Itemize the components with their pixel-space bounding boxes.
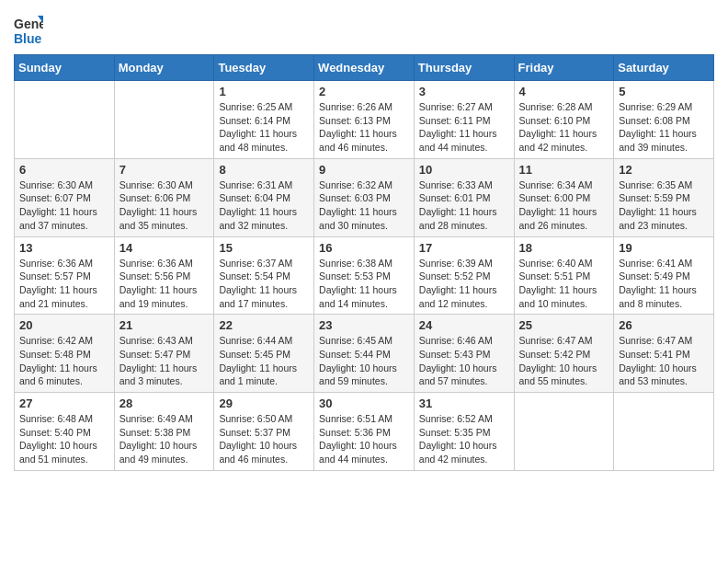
day-number: 11	[519, 163, 609, 177]
calendar-cell: 7Sunrise: 6:30 AMSunset: 6:06 PMDaylight…	[114, 158, 214, 236]
calendar-cell: 24Sunrise: 6:46 AMSunset: 5:43 PMDayligh…	[414, 315, 514, 393]
calendar-cell	[15, 81, 115, 159]
calendar-week-4: 20Sunrise: 6:42 AMSunset: 5:48 PMDayligh…	[15, 315, 714, 393]
day-number: 13	[19, 241, 109, 255]
day-number: 7	[119, 163, 210, 177]
day-number: 12	[619, 163, 709, 177]
cell-detail: Sunrise: 6:42 AMSunset: 5:48 PMDaylight:…	[19, 334, 109, 388]
calendar-cell: 12Sunrise: 6:35 AMSunset: 5:59 PMDayligh…	[614, 158, 714, 236]
day-number: 29	[219, 396, 309, 410]
day-number: 9	[319, 163, 409, 177]
cell-detail: Sunrise: 6:31 AMSunset: 6:04 PMDaylight:…	[219, 178, 309, 233]
day-number: 4	[519, 85, 609, 98]
cell-detail: Sunrise: 6:33 AMSunset: 6:01 PMDaylight:…	[419, 178, 509, 233]
calendar-cell: 31Sunrise: 6:52 AMSunset: 5:35 PMDayligh…	[414, 393, 514, 471]
cell-detail: Sunrise: 6:52 AMSunset: 5:35 PMDaylight:…	[419, 412, 509, 466]
day-number: 14	[119, 241, 210, 255]
cell-detail: Sunrise: 6:26 AMSunset: 6:13 PMDaylight:…	[319, 100, 409, 155]
calendar-week-2: 6Sunrise: 6:30 AMSunset: 6:07 PMDaylight…	[15, 158, 714, 236]
cell-detail: Sunrise: 6:47 AMSunset: 5:42 PMDaylight:…	[519, 334, 609, 388]
cell-detail: Sunrise: 6:40 AMSunset: 5:51 PMDaylight:…	[519, 257, 609, 311]
day-number: 27	[19, 396, 109, 410]
calendar-cell: 23Sunrise: 6:45 AMSunset: 5:44 PMDayligh…	[314, 315, 415, 393]
calendar-cell: 4Sunrise: 6:28 AMSunset: 6:10 PMDaylight…	[514, 81, 614, 159]
calendar-table: SundayMondayTuesdayWednesdayThursdayFrid…	[14, 54, 714, 471]
day-number: 16	[319, 241, 409, 255]
cell-detail: Sunrise: 6:47 AMSunset: 5:41 PMDaylight:…	[619, 334, 709, 388]
calendar-week-5: 27Sunrise: 6:48 AMSunset: 5:40 PMDayligh…	[15, 393, 714, 471]
calendar-cell: 9Sunrise: 6:32 AMSunset: 6:03 PMDaylight…	[314, 158, 415, 236]
cell-detail: Sunrise: 6:45 AMSunset: 5:44 PMDaylight:…	[319, 334, 409, 388]
cell-detail: Sunrise: 6:32 AMSunset: 6:03 PMDaylight:…	[319, 178, 409, 233]
header-tuesday: Tuesday	[214, 55, 314, 81]
calendar-cell: 20Sunrise: 6:42 AMSunset: 5:48 PMDayligh…	[15, 315, 115, 393]
cell-detail: Sunrise: 6:49 AMSunset: 5:38 PMDaylight:…	[119, 412, 210, 466]
day-number: 18	[519, 241, 609, 255]
calendar-cell: 11Sunrise: 6:34 AMSunset: 6:00 PMDayligh…	[514, 158, 614, 236]
day-number: 28	[119, 396, 210, 410]
calendar-cell	[114, 81, 214, 159]
cell-detail: Sunrise: 6:43 AMSunset: 5:47 PMDaylight:…	[119, 334, 210, 388]
cell-detail: Sunrise: 6:35 AMSunset: 5:59 PMDaylight:…	[619, 178, 709, 233]
day-number: 26	[619, 318, 709, 332]
header-thursday: Thursday	[414, 55, 514, 81]
day-number: 22	[219, 318, 309, 332]
calendar-cell: 29Sunrise: 6:50 AMSunset: 5:37 PMDayligh…	[214, 393, 314, 471]
day-number: 17	[419, 241, 509, 255]
cell-detail: Sunrise: 6:41 AMSunset: 5:49 PMDaylight:…	[619, 257, 709, 311]
cell-detail: Sunrise: 6:30 AMSunset: 6:07 PMDaylight:…	[19, 178, 109, 233]
calendar-cell: 16Sunrise: 6:38 AMSunset: 5:53 PMDayligh…	[314, 236, 415, 315]
cell-detail: Sunrise: 6:37 AMSunset: 5:54 PMDaylight:…	[219, 257, 309, 311]
calendar-cell: 14Sunrise: 6:36 AMSunset: 5:56 PMDayligh…	[114, 236, 214, 315]
calendar-cell	[614, 393, 714, 471]
header-wednesday: Wednesday	[314, 55, 415, 81]
calendar-cell: 2Sunrise: 6:26 AMSunset: 6:13 PMDaylight…	[314, 81, 415, 159]
calendar-cell: 21Sunrise: 6:43 AMSunset: 5:47 PMDayligh…	[114, 315, 214, 393]
day-number: 31	[419, 396, 509, 410]
svg-text:General: General	[14, 17, 43, 31]
calendar-week-3: 13Sunrise: 6:36 AMSunset: 5:57 PMDayligh…	[15, 236, 714, 315]
page-header: General Blue	[14, 9, 714, 47]
day-number: 6	[19, 163, 109, 177]
logo-container: General Blue	[14, 14, 43, 47]
cell-detail: Sunrise: 6:44 AMSunset: 5:45 PMDaylight:…	[219, 334, 309, 388]
calendar-cell: 6Sunrise: 6:30 AMSunset: 6:07 PMDaylight…	[15, 158, 115, 236]
cell-detail: Sunrise: 6:30 AMSunset: 6:06 PMDaylight:…	[119, 178, 210, 233]
header-saturday: Saturday	[614, 55, 714, 81]
day-number: 5	[619, 85, 709, 98]
calendar-cell: 26Sunrise: 6:47 AMSunset: 5:41 PMDayligh…	[614, 315, 714, 393]
day-number: 1	[219, 85, 309, 98]
cell-detail: Sunrise: 6:36 AMSunset: 5:56 PMDaylight:…	[119, 257, 210, 311]
calendar-cell: 8Sunrise: 6:31 AMSunset: 6:04 PMDaylight…	[214, 158, 314, 236]
svg-text:Blue: Blue	[14, 31, 42, 46]
cell-detail: Sunrise: 6:28 AMSunset: 6:10 PMDaylight:…	[519, 100, 609, 155]
day-number: 10	[419, 163, 509, 177]
calendar-cell: 19Sunrise: 6:41 AMSunset: 5:49 PMDayligh…	[614, 236, 714, 315]
cell-detail: Sunrise: 6:50 AMSunset: 5:37 PMDaylight:…	[219, 412, 309, 466]
day-number: 24	[419, 318, 509, 332]
cell-detail: Sunrise: 6:25 AMSunset: 6:14 PMDaylight:…	[219, 100, 309, 155]
cell-detail: Sunrise: 6:39 AMSunset: 5:52 PMDaylight:…	[419, 257, 509, 311]
calendar-cell: 3Sunrise: 6:27 AMSunset: 6:11 PMDaylight…	[414, 81, 514, 159]
day-number: 23	[319, 318, 409, 332]
calendar-cell: 28Sunrise: 6:49 AMSunset: 5:38 PMDayligh…	[114, 393, 214, 471]
calendar-week-1: 1Sunrise: 6:25 AMSunset: 6:14 PMDaylight…	[15, 81, 714, 159]
calendar-cell: 13Sunrise: 6:36 AMSunset: 5:57 PMDayligh…	[15, 236, 115, 315]
calendar-cell: 15Sunrise: 6:37 AMSunset: 5:54 PMDayligh…	[214, 236, 314, 315]
header-sunday: Sunday	[15, 55, 115, 81]
calendar-cell: 5Sunrise: 6:29 AMSunset: 6:08 PMDaylight…	[614, 81, 714, 159]
day-number: 15	[219, 241, 309, 255]
calendar-cell: 18Sunrise: 6:40 AMSunset: 5:51 PMDayligh…	[514, 236, 614, 315]
calendar-header-row: SundayMondayTuesdayWednesdayThursdayFrid…	[15, 55, 714, 81]
calendar-cell	[514, 393, 614, 471]
cell-detail: Sunrise: 6:51 AMSunset: 5:36 PMDaylight:…	[319, 412, 409, 466]
calendar-cell: 25Sunrise: 6:47 AMSunset: 5:42 PMDayligh…	[514, 315, 614, 393]
calendar-cell: 22Sunrise: 6:44 AMSunset: 5:45 PMDayligh…	[214, 315, 314, 393]
day-number: 8	[219, 163, 309, 177]
cell-detail: Sunrise: 6:48 AMSunset: 5:40 PMDaylight:…	[19, 412, 109, 466]
day-number: 25	[519, 318, 609, 332]
calendar-cell: 30Sunrise: 6:51 AMSunset: 5:36 PMDayligh…	[314, 393, 415, 471]
cell-detail: Sunrise: 6:36 AMSunset: 5:57 PMDaylight:…	[19, 257, 109, 311]
day-number: 30	[319, 396, 409, 410]
cell-detail: Sunrise: 6:46 AMSunset: 5:43 PMDaylight:…	[419, 334, 509, 388]
